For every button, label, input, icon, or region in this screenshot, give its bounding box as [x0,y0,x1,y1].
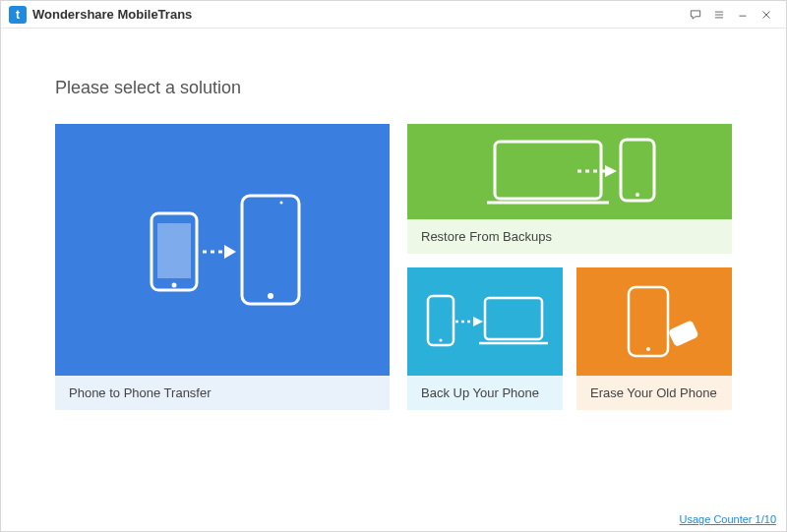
svg-point-17 [636,193,639,197]
svg-point-12 [280,202,283,205]
laptop-to-phone-icon [407,124,732,219]
feedback-icon[interactable] [684,3,707,27]
card-label: Phone to Phone Transfer [55,376,390,410]
app-logo-icon: t [9,6,27,24]
svg-point-8 [172,283,177,288]
svg-rect-16 [621,140,654,201]
svg-rect-7 [157,223,191,278]
app-title: Wondershare MobileTrans [32,7,192,22]
card-erase-your-old-phone[interactable]: Erase Your Old Phone [576,267,732,410]
erase-phone-icon [576,267,732,376]
svg-point-19 [439,338,442,341]
svg-rect-13 [495,142,601,199]
svg-rect-23 [629,287,668,356]
svg-point-11 [268,293,273,299]
card-phone-to-phone-transfer[interactable]: Phone to Phone Transfer [55,124,390,410]
card-label: Back Up Your Phone [407,376,563,410]
phone-to-laptop-icon [407,267,563,376]
app-window: t Wondershare MobileTrans Please select … [0,0,787,532]
card-label: Erase Your Old Phone [576,376,732,410]
titlebar: t Wondershare MobileTrans [1,1,786,29]
minimize-button[interactable] [731,3,755,27]
solution-grid: Phone to Phone Transfer [55,124,732,410]
usage-counter-link[interactable]: Usage Counter 1/10 [680,513,776,525]
close-button[interactable] [755,3,778,27]
card-restore-from-backups[interactable]: Restore From Backups [407,124,732,254]
svg-point-24 [646,347,650,351]
svg-rect-21 [485,298,542,339]
page-heading: Please select a solution [55,78,732,98]
menu-icon[interactable] [707,3,731,27]
card-back-up-your-phone[interactable]: Back Up Your Phone [407,267,563,410]
content-area: Please select a solution [1,29,786,531]
bottom-row: Back Up Your Phone [407,267,732,410]
svg-rect-18 [428,296,454,345]
phone-to-phone-icon [55,124,390,376]
card-label: Restore From Backups [407,219,732,254]
svg-rect-10 [242,196,299,304]
